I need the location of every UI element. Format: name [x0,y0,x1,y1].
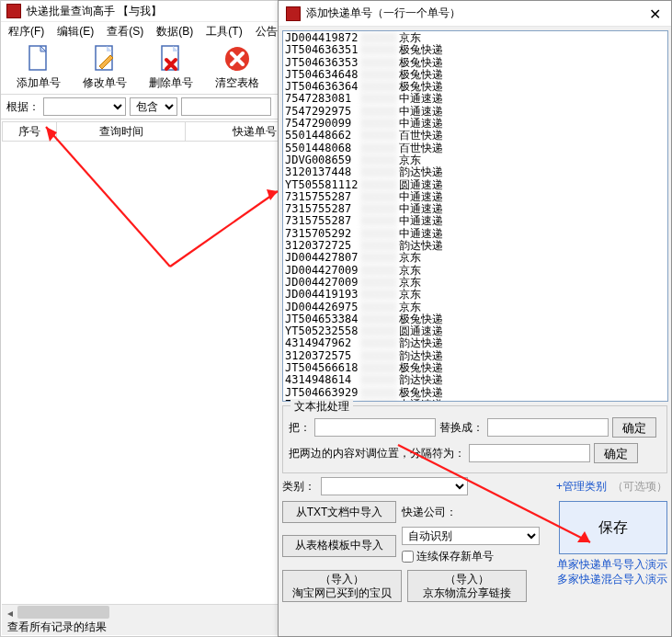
single-demo-link[interactable]: 单家快递单号导入演示 [557,558,667,571]
clear-icon [222,44,252,74]
dialog-titlebar: 添加快递单号（一行一个单号） ✕ [279,1,671,27]
delete-number-button[interactable]: 删除单号 [139,42,203,93]
basis-label: 根据： [6,99,40,115]
optional-hint: （可选项） [612,479,667,495]
menu-program[interactable]: 程序(F) [5,22,48,41]
clear-table-button[interactable]: 清空表格 [205,42,269,93]
tracking-row[interactable]: JT504634648极兔快递 [285,69,666,81]
bottom-area: 类别： +管理类别 （可选项） 从TXT文档中导入 快递公司： 从表格模板中导入… [282,477,667,602]
basis-select[interactable] [43,97,126,116]
replace-to-label: 替换成： [439,420,484,436]
tracking-row[interactable]: 7547290099中通速递 [285,118,666,130]
operator-select[interactable]: 包含 [130,97,177,116]
delete-doc-icon [156,44,186,74]
import-taobao-button[interactable]: （导入） 淘宝网已买到的宝贝 [282,570,402,602]
delete-number-label: 删除单号 [149,75,193,91]
tracking-row[interactable]: 4314947962韵达快递 [285,337,666,349]
tracking-row[interactable]: 7315755287中通速递 [285,203,666,215]
filter-input[interactable] [181,97,271,116]
menu-view[interactable]: 查看(S) [103,22,147,41]
tracking-row[interactable]: YT505232558圆通速递 [285,325,666,337]
tracking-row[interactable]: 4314948614韵达快递 [285,374,666,386]
tracking-row[interactable]: 5501448662百世快递 [285,130,666,142]
import-from-template-button[interactable]: 从表格模板中导入 [282,535,396,557]
tracking-row[interactable]: 3120372575韵达快递 [285,350,666,362]
category-select[interactable] [321,477,468,495]
tracking-input[interactable]: JD004419872京东JT504636351极兔快递JT504636353极… [282,30,668,402]
company-label: 快递公司： [402,505,457,520]
multi-demo-link[interactable]: 多家快递混合导入演示 [557,573,667,586]
import-jd-button[interactable]: （导入） 京东物流分享链接 [407,570,527,602]
add-number-button[interactable]: 添加单号 [6,42,71,93]
tracking-row[interactable]: 7547292975中通速递 [285,106,666,118]
tracking-row[interactable]: JD004419193京东 [285,289,666,301]
import-jd-top: （导入） [445,573,489,586]
swap-delim-input[interactable] [469,444,590,462]
tracking-row[interactable]: YT505581112圆通速递 [285,179,666,191]
swap-label: 把两边的内容对调位置，分隔符为： [289,446,465,461]
col-index[interactable]: 序号 [2,121,57,142]
edit-doc-icon [90,44,120,74]
tracking-row[interactable]: JDVG008659京东 [285,154,666,166]
col-time[interactable]: 查询时间 [57,121,186,142]
import-from-txt-button[interactable]: 从TXT文档中导入 [282,501,396,523]
tracking-row[interactable]: JT504566618极兔快递 [285,362,666,374]
replace-from-input[interactable] [314,418,436,437]
status-text: 查看所有记录的结果 [7,620,107,635]
tracking-row[interactable]: 7547283081中通速递 [285,93,666,105]
clear-table-label: 清空表格 [215,75,259,91]
scroll-left-icon[interactable]: ◂ [2,605,17,620]
import-jd-bottom: 京东物流分享链接 [423,586,511,599]
category-label: 类别： [282,479,315,495]
edit-number-button[interactable]: 修改单号 [73,42,137,93]
tracking-row[interactable]: 7315755287中通速递 [285,191,666,203]
app-icon [6,4,21,18]
window-title: 快递批量查询高手 【与我】 [27,4,162,19]
close-icon[interactable]: ✕ [645,5,664,23]
save-button[interactable]: 保存 [559,501,667,554]
import-taobao-top: （导入） [320,573,364,586]
save-label: 保存 [598,518,628,538]
replace-confirm-button[interactable]: 确定 [612,417,656,438]
dialog-title: 添加快递单号（一行一个单号） [306,6,461,21]
replace-from-label: 把： [289,420,311,436]
tracking-row[interactable]: JT504653384极兔快递 [285,313,666,325]
tracking-row[interactable]: JD004426975京东 [285,301,666,313]
add-doc-icon [24,44,53,74]
dialog-app-icon [286,6,301,21]
tracking-row[interactable]: 3120372725韵达快递 [285,240,666,252]
tracking-row[interactable]: 7315705292中通速递 [285,228,666,240]
demo-links: 单家快递单号导入演示 多家快递混合导入演示 [557,558,667,586]
tracking-row[interactable]: 3120137448韵达快递 [285,166,666,178]
tracking-row[interactable]: JT504663929极兔快递 [285,387,666,399]
scroll-thumb[interactable] [17,606,109,619]
tracking-row[interactable]: JT504636351极兔快递 [285,44,666,56]
swap-confirm-button[interactable]: 确定 [594,443,638,463]
menu-data[interactable]: 数据(B) [153,22,197,41]
keep-new-checkbox-input[interactable] [402,551,414,563]
edit-number-label: 修改单号 [83,75,127,91]
keep-new-label: 连续保存新单号 [416,549,494,564]
tracking-row[interactable]: JT504636353极兔快递 [285,57,666,69]
tracking-row[interactable]: JD004427009京东 [285,277,666,289]
company-select[interactable]: 自动识别 [402,527,540,545]
tracking-row[interactable]: 7315755287中通速递 [285,215,666,227]
tracking-row[interactable]: JT504636364极兔快递 [285,81,666,93]
import-taobao-bottom: 淘宝网已买到的宝贝 [292,586,392,599]
manage-category-link[interactable]: +管理类别 [556,479,607,495]
batch-legend: 文本批处理 [290,399,353,415]
add-number-label: 添加单号 [17,75,61,91]
tracking-row[interactable]: JD004419872京东 [285,32,666,44]
tracking-row[interactable]: JD004427009京东 [285,265,666,277]
tracking-row[interactable]: 5501448068百世快递 [285,142,666,154]
tracking-row[interactable]: JD004427807京东 [285,252,666,264]
batch-group: 文本批处理 把： 替换成： 确定 把两边的内容对调位置，分隔符为： 确定 [282,405,667,473]
menu-tools[interactable]: 工具(T) [202,22,245,41]
menu-edit[interactable]: 编辑(E) [53,22,97,41]
add-tracking-dialog: 添加快递单号（一行一个单号） ✕ JD004419872京东JT50463635… [278,0,672,637]
keep-new-checkbox[interactable]: 连续保存新单号 [402,549,540,564]
replace-to-input[interactable] [487,418,609,437]
